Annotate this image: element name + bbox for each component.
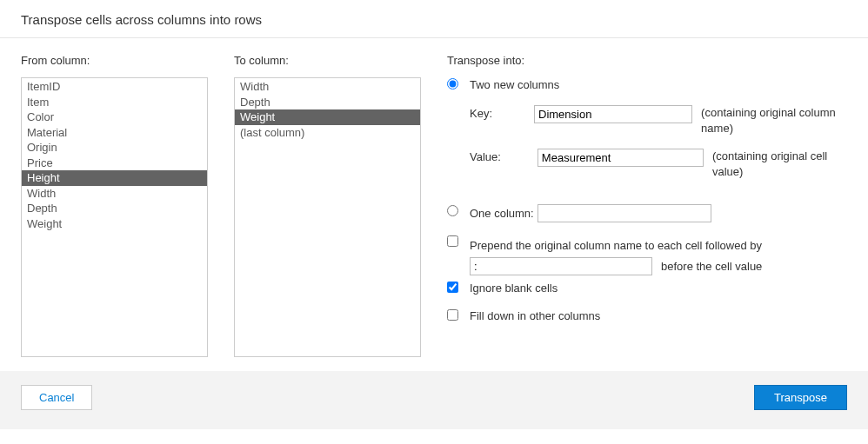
prepend-checkbox[interactable]: [447, 235, 458, 247]
one-column-input[interactable]: [537, 204, 711, 222]
prepend-after-label: before the cell value: [661, 260, 762, 273]
one-column-label: One column:: [470, 206, 534, 222]
ignore-blank-option: Ignore blank cells: [447, 281, 847, 296]
to-list-item[interactable]: Weight: [235, 109, 420, 125]
from-list-item[interactable]: ItemID: [22, 79, 207, 95]
key-label: Key:: [470, 105, 534, 120]
two-columns-option: Two new columns Key: (containing origina…: [447, 77, 847, 192]
one-column-option: One column:: [447, 204, 847, 222]
from-list-item[interactable]: Price: [22, 156, 207, 171]
to-list-item[interactable]: Depth: [235, 95, 420, 110]
from-list-item[interactable]: Color: [22, 109, 207, 125]
fill-down-option: Fill down in other columns: [447, 308, 847, 324]
two-columns-label: Two new columns: [470, 77, 847, 93]
transpose-button[interactable]: Transpose: [754, 385, 847, 410]
to-column-listbox[interactable]: WidthDepthWeight(last column): [234, 77, 421, 357]
value-input[interactable]: [537, 149, 704, 167]
from-list-item[interactable]: Width: [22, 186, 207, 202]
from-column-section: From column: ItemIDItemColorMaterialOrig…: [21, 54, 208, 357]
prepend-option: Prepend the original column name to each…: [447, 235, 847, 275]
from-column-label: From column:: [21, 54, 208, 67]
from-list-item[interactable]: Height: [22, 170, 207, 186]
one-column-radio[interactable]: [447, 205, 458, 216]
value-field-row: Value: (containing original cell value): [470, 149, 847, 180]
key-field-row: Key: (containing original column name): [470, 105, 847, 136]
dialog-title: Transpose cells across columns into rows: [0, 0, 868, 38]
two-columns-radio[interactable]: [447, 78, 458, 89]
key-hint: (containing original column name): [701, 105, 847, 136]
to-column-section: To column: WidthDepthWeight(last column): [234, 54, 421, 357]
fill-down-checkbox[interactable]: [447, 309, 458, 321]
dialog-footer: Cancel Transpose: [0, 371, 868, 429]
from-list-item[interactable]: Item: [22, 95, 207, 110]
prepend-separator-input[interactable]: [470, 257, 652, 275]
from-column-listbox[interactable]: ItemIDItemColorMaterialOriginPriceHeight…: [21, 77, 208, 357]
from-list-item[interactable]: Weight: [22, 216, 207, 232]
key-input[interactable]: [534, 105, 692, 123]
fill-down-label: Fill down in other columns: [470, 308, 847, 324]
dialog-body: From column: ItemIDItemColorMaterialOrig…: [0, 38, 868, 364]
to-list-item[interactable]: Width: [235, 79, 420, 95]
value-hint: (containing original cell value): [712, 149, 847, 180]
ignore-blank-label: Ignore blank cells: [470, 281, 847, 296]
to-list-item[interactable]: (last column): [235, 125, 420, 141]
cancel-button[interactable]: Cancel: [21, 385, 92, 410]
to-column-label: To column:: [234, 54, 421, 67]
from-list-item[interactable]: Depth: [22, 201, 207, 216]
ignore-blank-checkbox[interactable]: [447, 282, 458, 293]
from-list-item[interactable]: Material: [22, 125, 207, 141]
transpose-options-section: Transpose into: Two new columns Key: (co…: [447, 54, 847, 336]
transpose-into-label: Transpose into:: [447, 54, 847, 67]
value-label: Value:: [470, 149, 537, 163]
from-list-item[interactable]: Origin: [22, 140, 207, 156]
prepend-label: Prepend the original column name to each…: [470, 238, 847, 254]
